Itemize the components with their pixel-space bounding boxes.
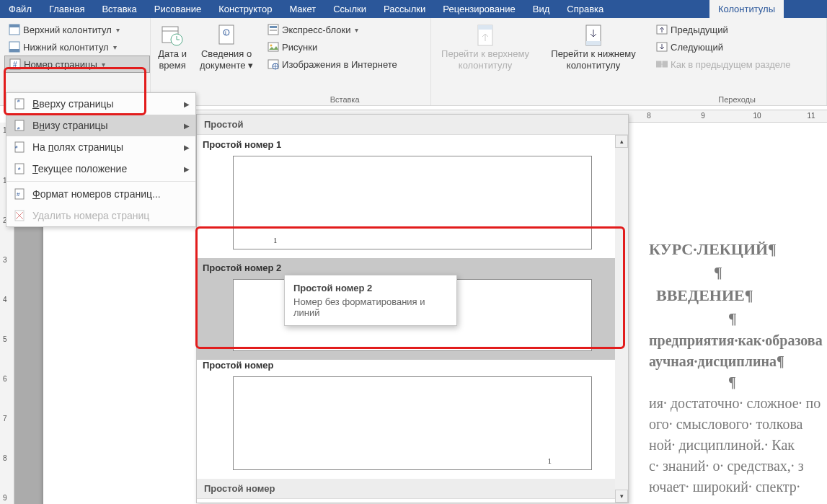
- svg-rect-24: [586, 41, 601, 45]
- menu-label: Текущее положение: [32, 163, 127, 174]
- page-number-preview: 1: [548, 456, 552, 465]
- tab-layout[interactable]: Макет: [280, 0, 324, 18]
- gallery-item-plain-1[interactable]: Простой номер 1 1: [197, 135, 628, 258]
- next-section-button[interactable]: Следующий: [652, 38, 826, 56]
- svg-rect-28: [663, 61, 668, 67]
- footer-button[interactable]: Нижний колонтитул▾: [4, 38, 150, 56]
- page-number-preview: 1: [273, 236, 278, 244]
- doc-line: ной· дисциплиной.· Как: [649, 435, 827, 456]
- gallery-section-header: Простой: [197, 115, 628, 135]
- tab-insert[interactable]: Вставка: [93, 0, 145, 18]
- tab-header-footer[interactable]: Колонтитулы: [709, 0, 784, 18]
- previous-section-button[interactable]: Предыдущий: [652, 21, 826, 38]
- header-icon: [9, 24, 20, 35]
- menu-label: Вверху страницы: [32, 98, 114, 110]
- doc-line: аучная·дисциплина¶: [649, 351, 827, 372]
- tab-file[interactable]: Файл: [0, 0, 40, 18]
- tab-design[interactable]: Конструктор: [210, 0, 280, 18]
- tab-mailings[interactable]: Рассылки: [375, 0, 434, 18]
- page-number-button[interactable]: # Номер страницы▾: [4, 56, 150, 73]
- pictures-button[interactable]: Рисунки: [263, 38, 430, 56]
- doc-line: ого· смыслового· толкова: [649, 414, 827, 435]
- page-number-icon: #: [9, 58, 21, 70]
- current-pos-icon: #: [14, 163, 25, 174]
- header-button[interactable]: Верхний колонтитул▾: [4, 21, 150, 38]
- doc-info-label: Сведения о документе ▾: [197, 48, 256, 71]
- menu-label: На полях страницы: [32, 141, 123, 153]
- gallery-item-vertical-1[interactable]: Вертикальный контур 1: [197, 499, 628, 503]
- pictures-label: Рисунки: [282, 42, 317, 53]
- goto-header-label: Перейти к верхнему колонтитулу: [434, 48, 536, 71]
- doc-pilcrow: ¶: [649, 372, 827, 393]
- gallery-section-header-2: Простой номер: [197, 479, 628, 499]
- svg-rect-11: [219, 25, 234, 44]
- prev-label: Предыдущий: [671, 25, 728, 35]
- tooltip-body: Номер без форматирования и линий: [293, 296, 448, 318]
- tab-help[interactable]: Справка: [558, 0, 612, 18]
- group-label-insert: Вставка: [259, 95, 430, 104]
- gallery-scrollbar[interactable]: ▴ ▾: [615, 135, 628, 503]
- chevron-down-icon: ▾: [355, 26, 358, 34]
- svg-text:i: i: [225, 30, 226, 36]
- scroll-up-icon[interactable]: ▴: [615, 135, 628, 148]
- doc-line: ия· достаточно· сложное· по: [649, 393, 827, 414]
- doc-info-button[interactable]: i Сведения о документе ▾: [194, 21, 259, 105]
- gallery-item-plain-3[interactable]: Простой номер 1: [197, 355, 628, 479]
- tab-home[interactable]: Главная: [40, 0, 93, 18]
- doc-pilcrow: ¶: [649, 261, 827, 284]
- scroll-down-icon[interactable]: ▾: [615, 490, 628, 503]
- menu-format-page-numbers[interactable]: # Формат номеров страниц...: [6, 183, 195, 205]
- gallery-item-label: Простой номер: [200, 355, 625, 375]
- next-icon: [656, 41, 668, 53]
- menu-separator: [6, 181, 195, 182]
- page-preview: 1: [233, 156, 592, 249]
- next-label: Следующий: [671, 42, 723, 53]
- footer-label: Нижний колонтитул: [23, 42, 109, 53]
- svg-rect-15: [270, 26, 277, 28]
- menu-page-margins[interactable]: # На полях страницы ▶: [6, 136, 195, 158]
- svg-rect-3: [9, 49, 19, 52]
- submenu-arrow-icon: ▶: [184, 143, 190, 151]
- doc-info-icon: i: [215, 24, 238, 47]
- svg-rect-16: [270, 30, 277, 31]
- svg-rect-27: [656, 61, 661, 67]
- calendar-clock-icon: [161, 24, 184, 47]
- chevron-down-icon: ▾: [102, 61, 105, 68]
- menu-label: Формат номеров страниц...: [32, 188, 161, 200]
- doc-heading-1: КУРС·ЛЕКЦИЙ¶: [649, 238, 827, 261]
- menu-label: Удалить номера страниц: [32, 210, 149, 221]
- doc-line: с· знаний· о· средствах,· з: [649, 456, 827, 477]
- menubar: Файл Главная Вставка Рисование Конструкт…: [0, 0, 827, 18]
- goto-header-icon: [474, 24, 497, 47]
- online-pictures-button[interactable]: Изображения в Интернете: [263, 56, 430, 73]
- chevron-down-icon: ▾: [113, 43, 117, 51]
- gallery-item-label: Вертикальный контур 1: [200, 499, 625, 503]
- date-label: Дата и время: [154, 48, 191, 71]
- menu-bottom-of-page[interactable]: # Внизу страницы ▶: [6, 115, 195, 136]
- svg-rect-22: [478, 25, 492, 30]
- online-picture-icon: [267, 58, 279, 70]
- svg-rect-17: [268, 43, 278, 51]
- quick-parts-icon: [267, 24, 279, 35]
- tab-draw[interactable]: Рисование: [146, 0, 210, 18]
- doc-heading-2: ВВЕДЕНИЕ¶: [649, 284, 827, 307]
- chevron-down-icon: ▾: [116, 26, 120, 34]
- goto-footer-label: Перейти к нижнему колонтитулу: [542, 48, 645, 71]
- link-previous-button: Как в предыдущем разделе: [652, 56, 826, 73]
- menu-top-of-page[interactable]: # Вверху страницы ▶: [6, 93, 195, 115]
- svg-text:#: #: [13, 61, 17, 68]
- gallery-item-label: Простой номер 1: [200, 135, 625, 154]
- quick-parts-label: Экспресс-блоки: [282, 25, 350, 35]
- tab-review[interactable]: Рецензирование: [434, 0, 523, 18]
- link-icon: [656, 58, 668, 70]
- menu-current-position[interactable]: # Текущее положение ▶: [6, 158, 195, 180]
- picture-icon: [267, 41, 279, 53]
- remove-icon: [14, 210, 25, 221]
- page-top-icon: #: [14, 98, 25, 110]
- header-label: Верхний колонтитул: [23, 25, 112, 35]
- tab-view[interactable]: Вид: [524, 0, 559, 18]
- group-label-nav: Переходы: [647, 95, 826, 104]
- tab-references[interactable]: Ссылки: [324, 0, 375, 18]
- quick-parts-button[interactable]: Экспресс-блоки▾: [263, 21, 430, 38]
- goto-footer-button[interactable]: Перейти к нижнему колонтитулу: [539, 21, 647, 105]
